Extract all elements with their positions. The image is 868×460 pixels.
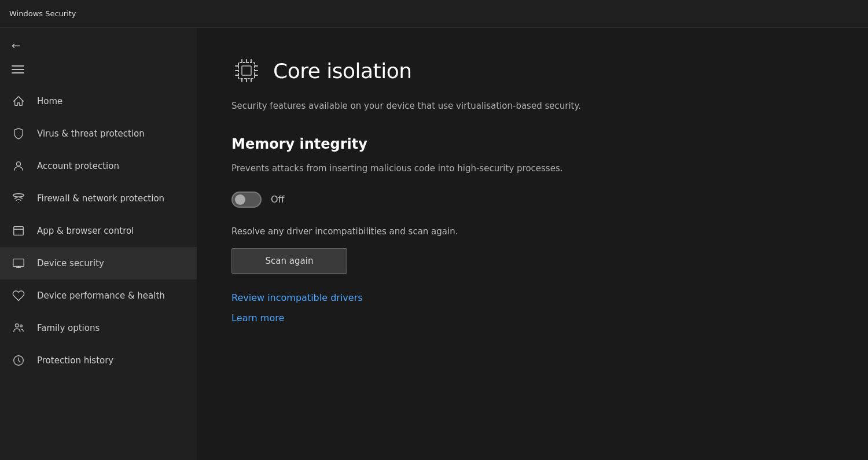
sidebar-item-history[interactable]: Protection history	[0, 344, 197, 377]
wifi-icon	[12, 192, 25, 205]
sidebar-item-family[interactable]: Family options	[0, 312, 197, 344]
clock-icon	[12, 354, 25, 367]
section-description: Prevents attacks from inserting maliciou…	[231, 161, 648, 175]
sidebar-item-virus-label: Virus & threat protection	[37, 128, 145, 139]
memory-integrity-toggle-row: Off	[231, 192, 833, 208]
review-incompatible-drivers-link[interactable]: Review incompatible drivers	[231, 292, 833, 303]
core-isolation-icon	[231, 56, 262, 86]
content-area: Core isolation Security features availab…	[197, 28, 868, 460]
sidebar: ← Home	[0, 28, 197, 460]
sidebar-item-device-security-label: Device security	[37, 258, 104, 268]
svg-point-4	[16, 324, 19, 327]
toggle-state-label: Off	[271, 194, 285, 205]
svg-point-1	[13, 194, 24, 197]
sidebar-item-app-label: App & browser control	[37, 226, 134, 236]
title-bar: Windows Security	[0, 0, 868, 28]
svg-rect-2	[14, 227, 24, 235]
home-icon	[12, 94, 25, 108]
app-title: Windows Security	[9, 9, 76, 18]
hamburger-icon	[12, 65, 185, 73]
scan-again-button[interactable]: Scan again	[231, 248, 347, 274]
hamburger-menu-button[interactable]	[0, 58, 197, 80]
back-button[interactable]: ←	[0, 32, 197, 58]
page-header: Core isolation	[231, 56, 833, 86]
sidebar-item-device-health[interactable]: Device performance & health	[0, 279, 197, 312]
svg-point-0	[16, 162, 20, 166]
monitor-icon	[12, 256, 25, 270]
back-arrow-icon: ←	[12, 39, 20, 51]
section-title: Memory integrity	[231, 136, 833, 152]
sidebar-item-firewall-label: Firewall & network protection	[37, 193, 164, 204]
sidebar-item-firewall[interactable]: Firewall & network protection	[0, 182, 197, 215]
svg-rect-7	[238, 62, 255, 79]
page-description: Security features available on your devi…	[231, 100, 671, 113]
shield-icon	[12, 127, 25, 141]
learn-more-link[interactable]: Learn more	[231, 312, 833, 323]
sidebar-item-family-label: Family options	[37, 323, 100, 333]
svg-rect-8	[242, 66, 251, 75]
svg-rect-3	[13, 259, 24, 267]
svg-point-5	[20, 325, 23, 327]
family-icon	[12, 321, 25, 335]
sidebar-item-device-health-label: Device performance & health	[37, 290, 165, 301]
resolve-text: Resolve any driver incompatibilities and…	[231, 226, 833, 237]
person-icon	[12, 159, 25, 173]
memory-integrity-toggle[interactable]	[231, 192, 262, 208]
page-title: Core isolation	[273, 59, 412, 83]
main-layout: ← Home	[0, 28, 868, 460]
sidebar-item-history-label: Protection history	[37, 355, 113, 366]
browser-icon	[12, 224, 25, 238]
sidebar-item-device-security[interactable]: Device security	[0, 247, 197, 279]
toggle-thumb	[235, 194, 245, 205]
sidebar-item-account-label: Account protection	[37, 161, 119, 171]
sidebar-item-virus[interactable]: Virus & threat protection	[0, 117, 197, 150]
heart-icon	[12, 289, 25, 303]
sidebar-item-app[interactable]: App & browser control	[0, 215, 197, 247]
toggle-track	[231, 192, 262, 208]
sidebar-item-home[interactable]: Home	[0, 85, 197, 117]
sidebar-item-account[interactable]: Account protection	[0, 150, 197, 182]
sidebar-nav: Home Virus & threat protection	[0, 85, 197, 377]
sidebar-item-home-label: Home	[37, 96, 62, 106]
